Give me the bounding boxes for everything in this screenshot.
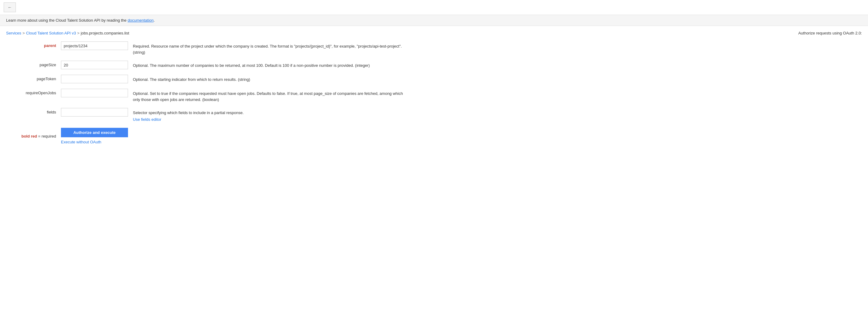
info-text-before-link: Learn more about using the Cloud Talent … [6, 18, 128, 23]
field-description-fields: Selector specifying which fields to incl… [133, 108, 244, 122]
input-pageToken[interactable] [61, 75, 128, 83]
form-row-pageToken: pageTokenOptional. The starting indicato… [6, 75, 862, 83]
buttons-area: Authorize and execute Execute without OA… [61, 128, 128, 144]
breadcrumb-api-link[interactable]: Cloud Talent Solution API v3 [26, 31, 76, 35]
breadcrumb-left: Services > Cloud Talent Solution API v3 … [6, 31, 129, 35]
field-description-pageToken: Optional. The starting indicator from wh… [133, 75, 250, 83]
field-description-parent: Required. Resource name of the project u… [133, 41, 407, 55]
field-link-fields[interactable]: Use fields editor [133, 117, 244, 123]
legend-bold-red: bold red [21, 134, 37, 139]
main-content: Services > Cloud Talent Solution API v3 … [0, 26, 868, 153]
form-row-requireOpenJobs: requireOpenJobsOptional. Set to true if … [6, 89, 862, 102]
info-text-after-link: . [154, 18, 155, 23]
field-input-wrapper-parent [61, 41, 128, 50]
input-parent[interactable] [61, 41, 128, 50]
form-row-parent: parentRequired. Resource name of the pro… [6, 41, 862, 55]
input-pageSize[interactable] [61, 61, 128, 69]
breadcrumb-current: jobs.projects.companies.list [81, 31, 129, 35]
legend-row: bold red = required Authorize and execut… [6, 128, 862, 144]
back-icon: ← [8, 5, 12, 10]
breadcrumb-services-link[interactable]: Services [6, 31, 21, 35]
field-input-wrapper-requireOpenJobs [61, 89, 128, 97]
field-label-parent: parent [6, 41, 61, 48]
legend-equals: = required [37, 134, 56, 139]
execute-without-oauth-link[interactable]: Execute without OAuth [61, 140, 101, 144]
back-button[interactable]: ← [4, 2, 16, 12]
form-fields: parentRequired. Resource name of the pro… [6, 41, 862, 122]
field-description-requireOpenJobs: Optional. Set to true if the companies r… [133, 89, 407, 102]
legend-label: bold red = required [6, 134, 61, 139]
breadcrumb-oauth-text: Authorize requests using OAuth 2.0: [798, 31, 862, 35]
info-banner: Learn more about using the Cloud Talent … [0, 15, 868, 26]
field-label-requireOpenJobs: requireOpenJobs [6, 89, 61, 95]
field-input-wrapper-fields [61, 108, 128, 117]
form-row-pageSize: pageSizeOptional. The maximum number of … [6, 61, 862, 69]
top-bar: ← [0, 0, 868, 15]
field-description-pageSize: Optional. The maximum number of companie… [133, 61, 370, 69]
field-label-pageSize: pageSize [6, 61, 61, 67]
authorize-execute-button[interactable]: Authorize and execute [61, 128, 128, 137]
documentation-link[interactable]: documentation [128, 18, 154, 23]
field-input-wrapper-pageSize [61, 61, 128, 69]
input-fields[interactable] [61, 108, 128, 117]
breadcrumb: Services > Cloud Talent Solution API v3 … [6, 31, 862, 35]
input-requireOpenJobs[interactable] [61, 89, 128, 97]
breadcrumb-separator-1: > [23, 31, 25, 35]
breadcrumb-separator-2: > [77, 31, 80, 35]
field-input-wrapper-pageToken [61, 75, 128, 83]
field-label-fields: fields [6, 108, 61, 114]
field-label-pageToken: pageToken [6, 75, 61, 81]
form-row-fields: fieldsSelector specifying which fields t… [6, 108, 862, 122]
